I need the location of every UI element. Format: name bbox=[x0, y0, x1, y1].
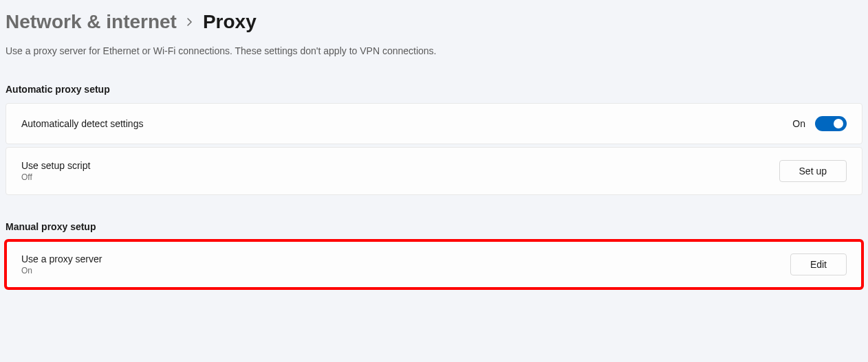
card-use-proxy-server: Use a proxy server On Edit bbox=[6, 240, 862, 289]
card-title-setup-script: Use setup script bbox=[21, 160, 90, 171]
card-title-use-proxy: Use a proxy server bbox=[21, 253, 102, 264]
breadcrumb: Network & internet Proxy bbox=[6, 11, 862, 33]
section-header-automatic: Automatic proxy setup bbox=[6, 84, 862, 95]
card-title-auto-detect: Automatically detect settings bbox=[21, 118, 143, 129]
card-status-use-proxy: On bbox=[21, 266, 102, 275]
card-setup-script: Use setup script Off Set up bbox=[6, 147, 862, 195]
setup-script-button[interactable]: Set up bbox=[779, 160, 847, 182]
page-subtitle: Use a proxy server for Ethernet or Wi-Fi… bbox=[6, 45, 862, 56]
card-status-setup-script: Off bbox=[21, 172, 90, 182]
section-header-manual: Manual proxy setup bbox=[6, 221, 862, 232]
auto-detect-toggle[interactable] bbox=[815, 116, 847, 131]
breadcrumb-current: Proxy bbox=[203, 11, 257, 33]
toggle-state-label: On bbox=[792, 118, 805, 129]
card-auto-detect: Automatically detect settings On bbox=[6, 103, 862, 144]
chevron-right-icon bbox=[186, 17, 193, 30]
toggle-knob bbox=[834, 119, 843, 128]
breadcrumb-parent-link[interactable]: Network & internet bbox=[6, 11, 177, 33]
edit-proxy-button[interactable]: Edit bbox=[790, 253, 847, 275]
